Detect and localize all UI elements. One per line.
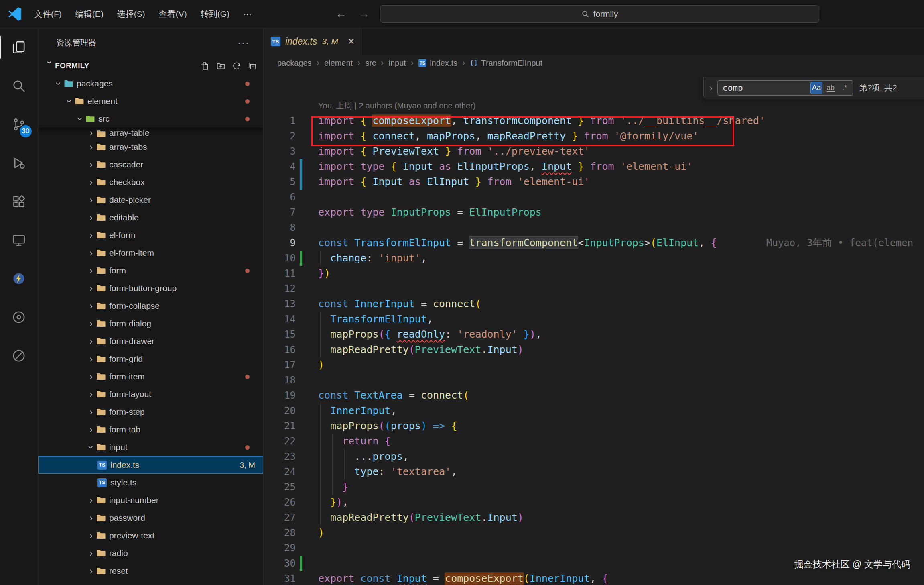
section-header-formily[interactable]: › FORMILY: [38, 57, 263, 75]
match-case-button[interactable]: Aa: [810, 82, 822, 94]
code-line-20[interactable]: 20 InnerInput,: [264, 403, 924, 418]
code-line-18[interactable]: 18: [264, 373, 924, 388]
line-number[interactable]: 23: [264, 449, 296, 464]
code-line-24[interactable]: 24 type: 'textarea',: [264, 464, 924, 479]
code-line-14[interactable]: 14 TransformElInput,: [264, 312, 924, 327]
nav-back-icon[interactable]: ←: [335, 0, 347, 28]
code-line-22[interactable]: 22 return {: [264, 434, 924, 449]
line-number[interactable]: 21: [264, 418, 296, 434]
line-number[interactable]: 10: [264, 251, 296, 266]
tree-item-input-number[interactable]: ›input-number: [38, 491, 263, 509]
tree-item-form[interactable]: ›form: [38, 262, 263, 279]
tree-item-select[interactable]: ›select: [38, 580, 263, 585]
tree-item-form-item[interactable]: ›form-item: [38, 368, 263, 385]
explorer-icon[interactable]: [0, 28, 38, 67]
code-line-27[interactable]: 27 mapReadPretty(PreviewText.Input): [264, 510, 924, 525]
tree-item-form-dialog[interactable]: ›form-dialog: [38, 315, 263, 332]
code-line-15[interactable]: 15 mapProps({ readOnly: 'readonly' }),: [264, 327, 924, 342]
collapse-all-icon[interactable]: [248, 61, 257, 71]
line-number[interactable]: 9: [264, 235, 296, 251]
code-line-6[interactable]: 6: [264, 190, 924, 205]
tree-item-date-picker[interactable]: ›date-picker: [38, 191, 263, 209]
tree-item-checkbox[interactable]: ›checkbox: [38, 173, 263, 191]
menu-item-3[interactable]: 查看(V): [152, 0, 194, 28]
tree-item-form-tab[interactable]: ›form-tab: [38, 421, 263, 438]
line-number[interactable]: 29: [264, 540, 296, 556]
tree-item-src[interactable]: ›src: [38, 110, 263, 128]
code-line-28[interactable]: 28): [264, 525, 924, 540]
tree-item-radio[interactable]: ›radio: [38, 544, 263, 562]
menu-item-1[interactable]: 编辑(E): [69, 0, 110, 28]
more-actions-icon[interactable]: ···: [238, 37, 250, 48]
line-number[interactable]: 17: [264, 357, 296, 373]
code-line-19[interactable]: 19const TextArea = connect(: [264, 388, 924, 403]
line-number[interactable]: 26: [264, 495, 296, 510]
tree-item-form-button-group[interactable]: ›form-button-group: [38, 279, 263, 297]
tree-item-array-table[interactable]: ›array-table: [38, 128, 263, 138]
tab-index-ts[interactable]: TS index.ts 3, M ×: [264, 28, 362, 55]
breadcrumb-item-packages[interactable]: packages: [277, 59, 312, 68]
line-number[interactable]: 16: [264, 342, 296, 357]
tree-item-form-layout[interactable]: ›form-layout: [38, 385, 263, 403]
gitlens-icon[interactable]: [0, 298, 38, 336]
line-number[interactable]: 30: [264, 556, 296, 571]
line-number[interactable]: 7: [264, 205, 296, 220]
breadcrumb-item-element[interactable]: element: [324, 59, 353, 68]
tree-item-element[interactable]: ›element: [38, 92, 263, 110]
line-number[interactable]: 20: [264, 403, 296, 418]
tree-item-cascader[interactable]: ›cascader: [38, 156, 263, 173]
tree-item-form-drawer[interactable]: ›form-drawer: [38, 332, 263, 350]
tree-item-input[interactable]: ›input: [38, 438, 263, 456]
code-line-11[interactable]: 11}): [264, 266, 924, 281]
tree-item-editable[interactable]: ›editable: [38, 209, 263, 226]
extensions-icon[interactable]: [0, 182, 38, 221]
line-number[interactable]: 19: [264, 388, 296, 403]
tree-item-password[interactable]: ›password: [38, 509, 263, 527]
tree-item-reset[interactable]: ›reset: [38, 562, 263, 580]
line-number[interactable]: 5: [264, 174, 296, 190]
source-control-icon[interactable]: 30: [0, 105, 38, 144]
code-line-21[interactable]: 21 mapProps((props) => {: [264, 418, 924, 434]
menu-item-0[interactable]: 文件(F): [27, 0, 69, 28]
code-line-1[interactable]: 1import { composeExport, transformCompon…: [264, 113, 924, 128]
tree-item-packages[interactable]: ›packages: [38, 75, 263, 92]
code-viewport[interactable]: You, 上周 | 2 authors (Muyao and one other…: [264, 71, 924, 585]
new-folder-icon[interactable]: [216, 61, 225, 71]
line-number[interactable]: 28: [264, 525, 296, 540]
code-line-8[interactable]: 8: [264, 220, 924, 235]
line-number[interactable]: 12: [264, 281, 296, 296]
code-line-29[interactable]: 29: [264, 540, 924, 556]
line-number[interactable]: 1: [264, 113, 296, 128]
tree-item-form-grid[interactable]: ›form-grid: [38, 350, 263, 368]
tree-item-style.ts[interactable]: TSstyle.ts: [38, 474, 263, 491]
remote-explorer-icon[interactable]: [0, 221, 38, 259]
code-line-16[interactable]: 16 mapReadPretty(PreviewText.Input): [264, 342, 924, 357]
line-number[interactable]: 13: [264, 296, 296, 312]
code-line-23[interactable]: 23 ...props,: [264, 449, 924, 464]
tree-item-el-form-item[interactable]: ›el-form-item: [38, 244, 263, 262]
whole-word-button[interactable]: ab: [824, 82, 837, 94]
tree-item-form-collapse[interactable]: ›form-collapse: [38, 297, 263, 315]
nav-forward-icon[interactable]: →: [358, 0, 370, 28]
thunder-client-icon[interactable]: [0, 259, 38, 298]
code-line-10[interactable]: 10 change: 'input',: [264, 251, 924, 266]
line-number[interactable]: 3: [264, 144, 296, 159]
line-number[interactable]: 2: [264, 128, 296, 144]
refresh-icon[interactable]: [232, 61, 241, 71]
menu-item-4[interactable]: 转到(G): [194, 0, 236, 28]
code-line-17[interactable]: 17): [264, 357, 924, 373]
code-line-12[interactable]: 12: [264, 281, 924, 296]
tree-item-index.ts[interactable]: TSindex.ts3, M: [38, 456, 263, 474]
breadcrumb-item-index.ts[interactable]: TSindex.ts: [418, 59, 457, 68]
code-line-9[interactable]: 9const TransformElInput = transformCompo…: [264, 235, 924, 251]
line-number[interactable]: 11: [264, 266, 296, 281]
line-number[interactable]: 4: [264, 159, 296, 174]
breadcrumb-item-input[interactable]: input: [388, 59, 406, 68]
breadcrumb-item-TransformElInput[interactable]: TransformElInput: [470, 59, 542, 68]
regex-button[interactable]: .*: [839, 82, 851, 94]
code-line-26[interactable]: 26 }),: [264, 495, 924, 510]
line-number[interactable]: 18: [264, 373, 296, 388]
gitlens-authors-annotation[interactable]: You, 上周 | 2 authors (Muyao and one other…: [264, 98, 924, 113]
code-line-4[interactable]: 4import type { Input as ElInputProps, In…: [264, 159, 924, 174]
line-number[interactable]: 22: [264, 434, 296, 449]
